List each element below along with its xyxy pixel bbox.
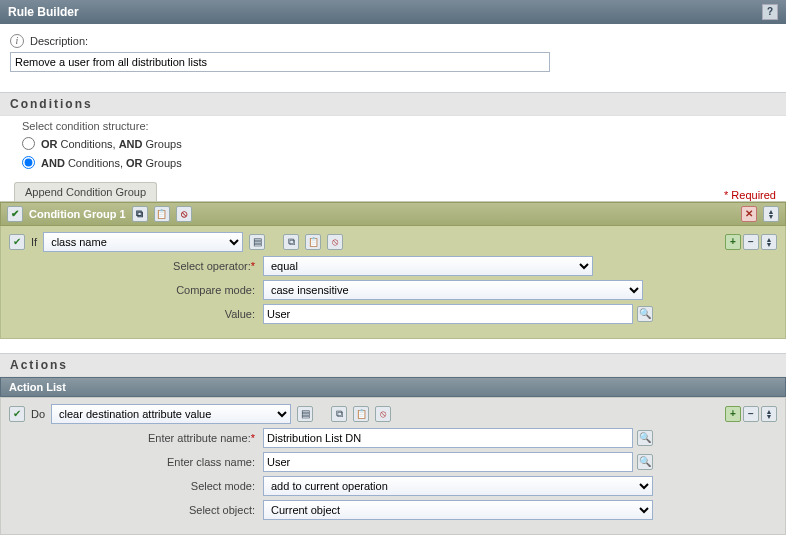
action-select[interactable]: clear destination attribute value [51,404,291,424]
radio-and-or[interactable] [22,156,35,169]
page-title: Rule Builder [8,5,79,19]
operator-select[interactable]: equal [263,256,593,276]
attribute-name-label: Enter attribute name: [148,432,251,444]
add-condition-icon[interactable] [725,234,741,250]
move-condition-icon[interactable] [761,234,777,250]
description-label: Description: [30,35,88,47]
do-label: Do [31,408,45,420]
delete-group-icon[interactable] [741,206,757,222]
remove-condition-icon[interactable] [743,234,759,250]
browse-class-icon[interactable] [637,454,653,470]
help-icon[interactable]: ? [762,4,778,20]
conditions-heading: Conditions [0,92,786,116]
disable-action-icon[interactable] [375,406,391,422]
compare-mode-label: Compare mode: [9,284,259,296]
value-input[interactable] [263,304,633,324]
browse-attribute-icon[interactable] [637,430,653,446]
move-group-icon[interactable] [763,206,779,222]
condition-group-title: Condition Group 1 [29,208,126,220]
append-condition-group-button[interactable]: Append Condition Group [14,182,157,201]
if-class-select[interactable]: class name [43,232,243,252]
browse-if-icon[interactable] [249,234,265,250]
browse-value-icon[interactable] [637,306,653,322]
compare-mode-select[interactable]: case insensitive [263,280,643,300]
radio-or-and-label[interactable]: OR Conditions, AND Groups [41,138,182,150]
remove-action-icon[interactable] [743,406,759,422]
clipboard-if-icon[interactable] [305,234,321,250]
required-star-2: * [251,432,255,444]
condition-structure-label: Select condition structure: [0,116,786,134]
class-name-label: Enter class name: [9,456,259,468]
copy-action-icon[interactable] [331,406,347,422]
validate-icon[interactable] [7,206,23,222]
required-indicator: * Required [724,189,776,201]
radio-or-and[interactable] [22,137,35,150]
operator-label: Select operator: [173,260,251,272]
info-icon: i [10,34,24,48]
copy-if-icon[interactable] [283,234,299,250]
if-label: If [31,236,37,248]
browse-action-icon[interactable] [297,406,313,422]
radio-and-or-label[interactable]: AND Conditions, OR Groups [41,157,182,169]
value-label: Value: [9,308,259,320]
copy-icon[interactable] [132,206,148,222]
description-input[interactable] [10,52,550,72]
select-mode-label: Select mode: [9,480,259,492]
disable-icon[interactable] [176,206,192,222]
object-select[interactable]: Current object [263,500,653,520]
add-action-icon[interactable] [725,406,741,422]
validate-do-icon[interactable] [9,406,25,422]
clipboard-action-icon[interactable] [353,406,369,422]
class-name-input[interactable] [263,452,633,472]
move-action-icon[interactable] [761,406,777,422]
mode-select[interactable]: add to current operation [263,476,653,496]
disable-if-icon[interactable] [327,234,343,250]
action-list-title: Action List [0,377,786,397]
required-star: * [251,260,255,272]
validate-if-icon[interactable] [9,234,25,250]
clipboard-icon[interactable] [154,206,170,222]
actions-heading: Actions [0,353,786,377]
select-object-label: Select object: [9,504,259,516]
attribute-name-input[interactable] [263,428,633,448]
